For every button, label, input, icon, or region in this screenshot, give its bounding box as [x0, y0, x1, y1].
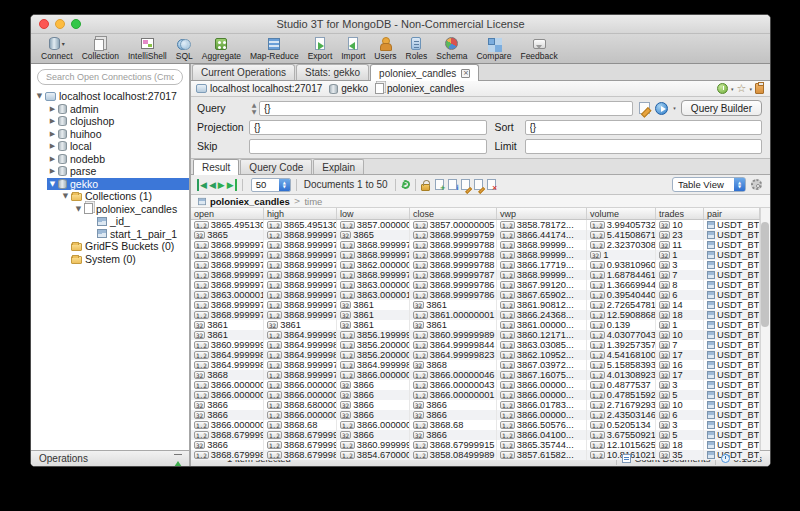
cell-trades[interactable]: 327	[656, 340, 704, 350]
table-row[interactable]: 1.23864.999998151.23864.999998231.23856.…	[191, 350, 760, 360]
cell-trades[interactable]: 3217	[656, 350, 704, 360]
cell-vwp[interactable]: 1.23861.90812...	[497, 300, 587, 310]
tree-item-id[interactable]: _id_	[31, 215, 189, 228]
table-row[interactable]: 1.23868.999997521.23868.999997881.23868.…	[191, 240, 760, 250]
cell-close[interactable]: 1.23858.08499989	[410, 450, 497, 460]
toolbar-item-sql[interactable]: SQL	[176, 35, 193, 61]
first-page-button[interactable]: ◀	[197, 179, 208, 191]
cell-close[interactable]: 1.23868.99999786	[410, 290, 497, 300]
toolbar-item-roles[interactable]: Roles	[406, 35, 428, 61]
query-history-icon[interactable]	[717, 83, 728, 94]
cell-close[interactable]: 323866	[410, 430, 497, 440]
column-header-volume[interactable]: volume	[587, 208, 656, 219]
cell-volume[interactable]: 1.23.99405732	[587, 220, 656, 230]
cell-close[interactable]: 1.23868.99999788	[410, 250, 497, 260]
cell-open[interactable]: 323861	[191, 330, 264, 340]
cell-open[interactable]: 1.23863.00000115	[191, 290, 264, 300]
cell-close[interactable]: 1.23868.99999786	[410, 280, 497, 290]
cell-vwp[interactable]: 1.23866.00000...	[497, 390, 587, 400]
cell-trades[interactable]: 3218	[656, 310, 704, 320]
last-page-button[interactable]: ▶	[226, 179, 237, 191]
cell-open[interactable]: 1.23866.00000001	[191, 390, 264, 400]
cell-volume[interactable]: 1.20.5205134	[587, 420, 656, 430]
cell-close[interactable]: 1.23868.99999788	[410, 260, 497, 270]
cell-volume[interactable]: 1.212.1015625...	[587, 440, 656, 450]
cell-low[interactable]: 323861	[337, 310, 410, 320]
expand-arrow-icon[interactable]: ▶	[48, 130, 57, 138]
table-row[interactable]: 1.23868.999997881.23868.999997881.23868.…	[191, 250, 760, 260]
cell-pair[interactable]: USDT_BTC	[704, 440, 760, 450]
tree-item-poloniex-candles[interactable]: ▼poloniex_candles	[31, 203, 189, 216]
cell-close[interactable]: 323868	[410, 360, 497, 370]
cell-vwp[interactable]: 1.23865.35744...	[497, 440, 587, 450]
toolbar-item-map-reduce[interactable]: Map-Reduce	[250, 35, 299, 61]
query-collapse-icon[interactable]: ▲▼	[249, 101, 259, 115]
cell-high[interactable]: 1.23866.00000043	[264, 380, 337, 390]
cell-pair[interactable]: USDT_BTC	[704, 360, 760, 370]
cell-volume[interactable]: 1.25.15858393	[587, 360, 656, 370]
table-row[interactable]: 3238661.23868.679999431.23860.99999991.2…	[191, 440, 760, 450]
cell-close[interactable]: 1.23857.00000005	[410, 220, 497, 230]
view-mode-stepper-icon[interactable]: ▲▼	[734, 178, 745, 191]
cell-trades[interactable]: 3217	[656, 370, 704, 380]
cell-vwp[interactable]: 1.23867.16075...	[497, 370, 587, 380]
cell-close[interactable]: 1.23868.99999787	[410, 270, 497, 280]
cell-close[interactable]: 1.23868.99999788	[410, 240, 497, 250]
cell-vwp[interactable]: 1.23868.99999...	[497, 250, 587, 260]
result-tab-result[interactable]: Result	[193, 159, 239, 175]
favorites-star-icon[interactable]: ☆	[737, 83, 747, 94]
cell-low[interactable]: 1.23854.67000001	[337, 450, 410, 460]
view-mode-select[interactable]: Table View ▲▼	[672, 177, 746, 192]
result-tab-explain[interactable]: Explain	[313, 159, 364, 174]
cell-pair[interactable]: USDT_BTC	[704, 420, 760, 430]
cell-low[interactable]: 1.23856.20000015	[337, 340, 410, 350]
cell-volume[interactable]: 321	[587, 250, 656, 260]
connect-dropdown-icon[interactable]: ▾	[62, 40, 65, 47]
expand-arrow-icon[interactable]: ▶	[48, 142, 57, 150]
cell-pair[interactable]: USDT_BTC	[704, 410, 760, 420]
cell-open[interactable]: 323868	[191, 370, 264, 380]
cell-high[interactable]: 1.23868.99999776	[264, 370, 337, 380]
cell-vwp[interactable]: 1.23861.00000...	[497, 320, 587, 330]
cell-close[interactable]: 1.23868.67999915	[410, 440, 497, 450]
expand-arrow-icon[interactable]: ▶	[48, 117, 57, 125]
query-input[interactable]	[259, 101, 633, 116]
table-row[interactable]: 1.23868.999997871.23868.999997881.23863.…	[191, 280, 760, 290]
cell-trades[interactable]: 3210	[656, 220, 704, 230]
table-row[interactable]: 1.23863.000001151.23868.999997861.23863.…	[191, 290, 760, 300]
result-tab-query-code[interactable]: Query Code	[240, 159, 312, 174]
cell-high[interactable]: 1.23866.00000043	[264, 390, 337, 400]
cell-pair[interactable]: USDT_BTC	[704, 330, 760, 340]
cell-trades[interactable]: 3223	[656, 230, 704, 240]
table-row[interactable]: 3238681.23868.999997761.23866.000000231.…	[191, 370, 760, 380]
cell-pair[interactable]: USDT_BTC	[704, 320, 760, 330]
cell-trades[interactable]: 3216	[656, 360, 704, 370]
cell-trades[interactable]: 323	[656, 420, 704, 430]
cell-close[interactable]: 323866	[410, 410, 497, 420]
tree-item-clojushop[interactable]: ▶clojushop	[31, 115, 189, 128]
cell-volume[interactable]: 1.21.36669944...	[587, 280, 656, 290]
cell-close[interactable]: 1.23868.68	[410, 420, 497, 430]
cell-high[interactable]: 1.23868.67999943	[264, 440, 337, 450]
cell-volume[interactable]: 1.25.41508671	[587, 230, 656, 240]
projection-input[interactable]	[249, 120, 487, 135]
cell-low[interactable]: 323861	[337, 300, 410, 310]
delete-document-button[interactable]: ×	[487, 179, 496, 190]
cell-low[interactable]: 1.23860.9999999	[337, 440, 410, 450]
cell-low[interactable]: 1.23866.00000001	[337, 420, 410, 430]
cell-high[interactable]: 1.23868.99999788	[264, 260, 337, 270]
cell-vwp[interactable]: 1.23866.44174...	[497, 230, 587, 240]
cell-trades[interactable]: 3218	[656, 440, 704, 450]
cell-low[interactable]: 1.23856.20000053	[337, 350, 410, 360]
cell-low[interactable]: 1.23863.00000094	[337, 280, 410, 290]
cell-trades[interactable]: 3235	[656, 450, 704, 460]
table-row[interactable]: 3238611.23864.999999231.23856.199999721.…	[191, 330, 760, 340]
cell-high[interactable]: 1.23868.99999788	[264, 250, 337, 260]
table-row[interactable]: 1.23860.999999891.23864.99999871.23856.2…	[191, 340, 760, 350]
cell-high[interactable]: 1.23868.99999787	[264, 310, 337, 320]
cell-open[interactable]: 1.23868.99999785	[191, 270, 264, 280]
cell-high[interactable]: 1.23868.99999762	[264, 230, 337, 240]
column-header-open[interactable]: open	[191, 208, 264, 219]
refresh-icon[interactable]	[399, 179, 411, 191]
table-row[interactable]: 1.23868.999997861.23868.9999978632386132…	[191, 300, 760, 310]
